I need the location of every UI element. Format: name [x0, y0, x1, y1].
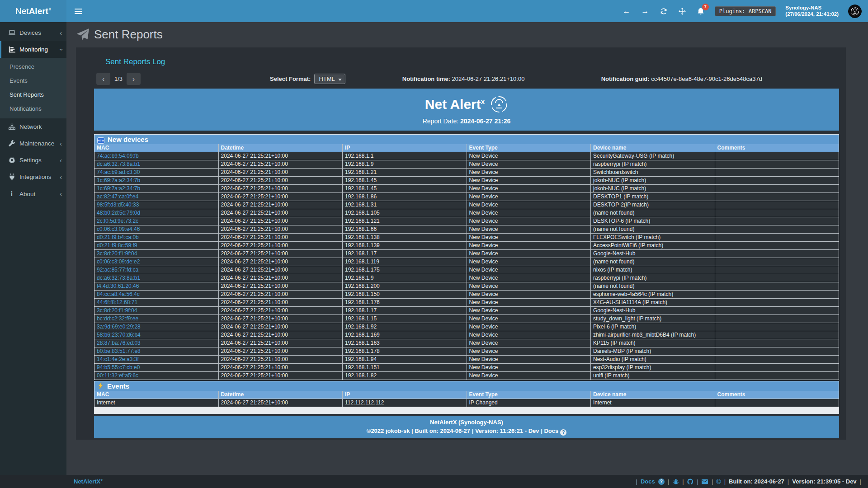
- table-row: c0:06:c3:09:de:e22024-06-27 21:25:21+10:…: [94, 258, 839, 266]
- sidebar-item-maintenance[interactable]: Maintenance‹: [0, 135, 66, 152]
- docs-link[interactable]: Docs: [641, 478, 655, 485]
- table-cell: 192.168.1.66: [343, 225, 467, 233]
- mac-address-link[interactable]: 14:c1:4e:2e:a3:3f: [97, 356, 139, 362]
- mac-address-link[interactable]: d0:21:f9:8c:59:f9: [97, 242, 137, 249]
- table-cell: Switchboardswitch: [591, 169, 715, 176]
- table-cell: 192.168.1.94: [343, 356, 467, 363]
- mac-address-link[interactable]: dc:a6:32:73:8a:b1: [97, 161, 140, 167]
- mac-address-link[interactable]: 84:cc:a8:4a:56:4c: [97, 291, 140, 297]
- column-header-mac: MAC: [94, 391, 218, 399]
- sent-reports-log-link[interactable]: Sent Reports Log: [105, 57, 165, 66]
- table-cell: 2024-06-27 21:25:21+10:00: [219, 323, 343, 331]
- sidebar-item-sent-reports[interactable]: Sent Reports: [0, 88, 66, 102]
- mac-address-link[interactable]: c0:06:c3:09:de:e2: [97, 258, 140, 265]
- mac-address-link[interactable]: 1c:69:7a:a2:34:7b: [97, 185, 140, 192]
- table-cell: 192.168.1.138: [343, 234, 467, 241]
- table-cell: 192.168.1.82: [343, 372, 467, 380]
- mac-address-link[interactable]: 1c:69:7a:a2:34:7b: [97, 177, 140, 183]
- table-cell: New Device: [467, 339, 591, 347]
- table-cell: 28:87:ba:76:ed:03: [94, 339, 218, 347]
- table-cell: b0:be:83:51:77:e8: [94, 347, 218, 355]
- table-row: 94:b5:55:c7:cb:e02024-06-27 21:25:21+10:…: [94, 364, 839, 371]
- table-cell: [715, 372, 839, 380]
- table-cell: 2024-06-27 21:25:21+10:00: [219, 177, 343, 184]
- sidebar-item-about[interactable]: iAbout‹: [0, 185, 66, 202]
- sidebar-item-settings[interactable]: Settings‹: [0, 152, 66, 169]
- table-row: c0:06:c3:09:e4:462024-06-27 21:25:21+10:…: [94, 225, 839, 233]
- next-page-button[interactable]: ›: [127, 73, 141, 85]
- mac-address-link[interactable]: 2c:f0:5d:9e:73:2c: [97, 218, 138, 224]
- refresh-icon[interactable]: [659, 7, 668, 16]
- chevron-left-icon: ‹: [60, 141, 62, 146]
- sidebar-item-devices[interactable]: Devices‹: [0, 24, 66, 41]
- table-cell: (name not found): [591, 258, 715, 266]
- table-cell: jokob-NUC (IP match): [591, 185, 715, 192]
- email-icon[interactable]: [702, 478, 708, 485]
- table-row: f4:4d:30:61:20:462024-06-27 21:25:21+10:…: [94, 282, 839, 290]
- table-cell: f4:4d:30:61:20:46: [94, 282, 218, 290]
- mac-address-link[interactable]: 44:6f:f8:12:68:71: [97, 299, 137, 305]
- mac-address-link[interactable]: 74:ac:b9:ad:c3:30: [97, 169, 140, 175]
- mac-address-link[interactable]: b0:be:83:51:77:e8: [97, 348, 141, 354]
- mac-address-link[interactable]: d0:21:f9:b4:ca:0b: [97, 234, 139, 240]
- mac-address-link[interactable]: f4:4d:30:61:20:46: [97, 283, 139, 289]
- footer-brand-link[interactable]: NetAlertXx: [74, 478, 103, 485]
- sidebar-item-events[interactable]: Events: [0, 74, 66, 88]
- docs-question-icon[interactable]: ?: [658, 479, 665, 485]
- back-arrow-icon[interactable]: ←: [622, 7, 631, 16]
- sidebar-item-presence[interactable]: Presence: [0, 60, 66, 74]
- mac-address-link[interactable]: bc:dd:c2:32:f9:ee: [97, 315, 138, 322]
- mac-address-link[interactable]: ac:82:47:ca:0f:e4: [97, 193, 138, 200]
- mac-address-link[interactable]: 28:87:ba:76:ed:03: [97, 340, 141, 346]
- table-cell: 2024-06-27 21:25:21+10:00: [219, 152, 343, 160]
- mac-address-link[interactable]: 00:11:32:ef:a5:6c: [97, 372, 138, 379]
- mac-address-link[interactable]: 92:ac:85:77:fd:ca: [97, 267, 138, 273]
- user-avatar[interactable]: [848, 5, 862, 18]
- move-icon[interactable]: [678, 7, 687, 16]
- table-cell: 3c:8d:20:f1:9f:04: [94, 307, 218, 314]
- table-row: 58:b6:23:70:d6:b42024-06-27 21:25:21+10:…: [94, 331, 839, 339]
- table-cell: 192.168.1.45: [343, 177, 467, 184]
- app-logo[interactable]: NetAlertx: [0, 0, 66, 22]
- mac-address-link[interactable]: 3c:8d:20:f1:9f:04: [97, 250, 137, 257]
- table-cell: 2024-06-27 21:25:21+10:00: [219, 193, 343, 201]
- github-icon[interactable]: [687, 478, 694, 485]
- sidebar-item-integrations[interactable]: Integrations‹: [0, 169, 66, 185]
- table-cell: esphome-web-4a564c (IP match): [591, 291, 715, 298]
- format-select[interactable]: HTML: [314, 74, 345, 84]
- table-cell: (name not found): [591, 282, 715, 290]
- mac-address-link[interactable]: dc:a6:32:73:8a:b1: [97, 275, 140, 281]
- page-header: Sent Reports: [66, 22, 868, 47]
- bell-icon[interactable]: 7: [696, 7, 705, 16]
- table-cell: 2024-06-27 21:25:21+10:00: [219, 250, 343, 258]
- table-cell: 2024-06-27 21:25:21+10:00: [219, 258, 343, 266]
- table-cell: 94:b5:55:c7:cb:e0: [94, 364, 218, 371]
- sidebar-item-notifications[interactable]: Notifications: [0, 102, 66, 116]
- sidebar-item-network[interactable]: Network: [0, 118, 66, 135]
- mac-address-link[interactable]: 98:5f:d3:d5:40:33: [97, 202, 139, 208]
- table-row: 1c:69:7a:a2:34:7b2024-06-27 21:25:21+10:…: [94, 177, 839, 184]
- mac-address-link[interactable]: c0:06:c3:09:e4:46: [97, 226, 140, 232]
- table-cell: Google-Nest-Hub: [591, 250, 715, 258]
- mac-address-link[interactable]: 74:ac:b9:54:09:fb: [97, 153, 139, 159]
- mac-address-link[interactable]: 48:b0:2d:5c:79:0d: [97, 210, 140, 216]
- sidebar-toggle-icon[interactable]: [75, 7, 85, 15]
- built-on-text: Built on: 2024-06-27: [729, 478, 784, 485]
- brand-text: NetAlertx: [15, 6, 51, 16]
- table-cell: 44:6f:f8:12:68:71: [94, 299, 218, 306]
- table-cell: Google-Nest-Hub: [591, 307, 715, 314]
- table-cell: (name not found): [591, 209, 715, 217]
- mac-address-link[interactable]: 58:b6:23:70:d6:b4: [97, 332, 141, 338]
- forward-arrow-icon[interactable]: →: [641, 7, 650, 16]
- mac-address-link[interactable]: 3c:8d:20:f1:9f:04: [97, 307, 137, 314]
- copyright-icon[interactable]: ©: [716, 478, 721, 485]
- empty-table-row: [94, 407, 839, 413]
- sidebar-item-monitoring[interactable]: Monitoring‹: [0, 41, 66, 58]
- prev-page-button[interactable]: ‹: [96, 73, 110, 85]
- bug-report-icon[interactable]: [672, 478, 679, 485]
- chevron-down-icon: ‹: [60, 47, 62, 52]
- table-cell: New Device: [467, 331, 591, 339]
- question-circle-icon[interactable]: ?: [560, 429, 566, 436]
- mac-address-link[interactable]: 3a:9d:69:e0:29:28: [97, 324, 141, 330]
- mac-address-link[interactable]: 94:b5:55:c7:cb:e0: [97, 364, 140, 371]
